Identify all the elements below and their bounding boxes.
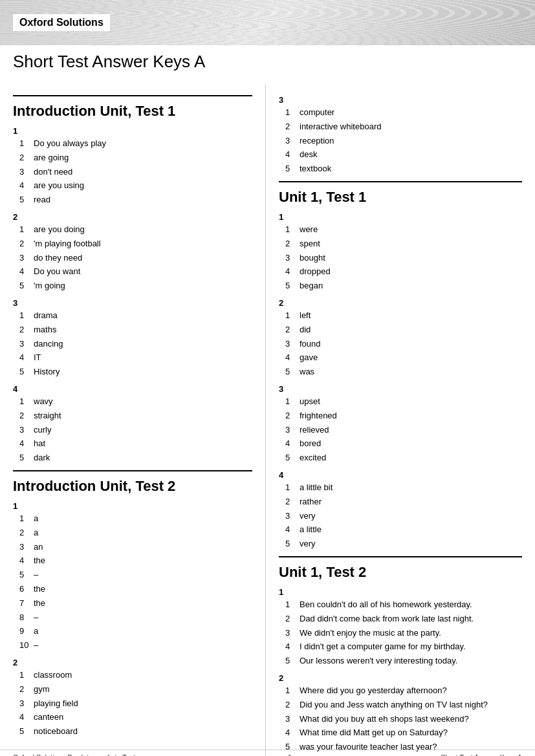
list-item: 4gave (285, 351, 522, 365)
intro1-group1: 1Do you always play 2are going 3don't ne… (13, 137, 252, 207)
list-item: 2interactive whiteboard (285, 120, 522, 134)
list-item: 9a (19, 625, 252, 638)
group-1-num: 1 (13, 126, 252, 136)
right-top-group: 1computer 2interactive whiteboard 3recep… (279, 106, 522, 176)
list-item: 2rather (285, 495, 522, 509)
list-item: 5textbook (285, 162, 522, 176)
list-item: 1wavy (19, 395, 252, 409)
list-item: 1Ben couldn't do all of his homework yes… (285, 598, 522, 612)
footer-left: Oxford Solutions Pre-Intermediate Tests (13, 753, 139, 756)
list-item: 5excited (285, 451, 522, 465)
intro1-group2: 1are you doing 2'm playing football 3do … (13, 223, 252, 293)
list-item: 2are going (19, 151, 252, 165)
list-item: 5very (285, 537, 522, 551)
list-item: 4desk (285, 148, 522, 162)
list-item: 5read (19, 193, 252, 207)
logo-box: Oxford Solutions (13, 14, 110, 31)
list-item: 1are you doing (19, 223, 252, 237)
list-item: 3playing field (19, 697, 252, 711)
list-item: 1classroom (19, 669, 252, 682)
list-item: 6the (19, 583, 252, 596)
page-title: Short Test Answer Keys A (13, 52, 522, 72)
list-item: 5'm going (19, 279, 252, 293)
divider-2 (13, 470, 252, 471)
list-item: 5noticeboard (19, 725, 252, 739)
list-item: 3reception (285, 135, 522, 148)
list-item: 2frightened (285, 409, 522, 423)
list-item: 2straight (19, 409, 252, 423)
list-item: 4Do you want (19, 265, 252, 279)
list-item: 2Dad didn't come back from work late las… (285, 612, 522, 626)
list-item: 1drama (19, 309, 252, 323)
group-3-num: 3 (13, 298, 252, 308)
list-item: 2gym (19, 683, 252, 697)
divider-1 (13, 95, 252, 96)
unit1t1-group3: 1upset 2frightened 3relieved 4bored 5exc… (279, 395, 522, 465)
list-item: 3curly (19, 424, 252, 437)
list-item: 7the (19, 597, 252, 610)
list-item: 3dancing (19, 338, 252, 351)
footer-right: Short Test Answer Keys A (441, 753, 522, 756)
list-item: 3an (19, 541, 252, 554)
list-item: 4the (19, 554, 252, 568)
unit1t2-group1-num: 1 (279, 587, 522, 597)
intro2-group2: 1classroom 2gym 3playing field 4canteen … (13, 669, 252, 739)
list-item: 4hat (19, 437, 252, 451)
intro2-group2-num: 2 (13, 658, 252, 667)
list-item: 2maths (19, 323, 252, 337)
list-item: 3don't need (19, 166, 252, 179)
intro2-group1-num: 1 (13, 501, 252, 511)
unit1t1-group2-num: 2 (279, 298, 522, 308)
intro1-group4: 1wavy 2straight 3curly 4hat 5dark (13, 395, 252, 465)
section-title-unit1test1: Unit 1, Test 1 (279, 189, 522, 207)
list-item: 5– (19, 568, 252, 582)
divider-3 (279, 181, 522, 182)
list-item: 1were (285, 223, 522, 237)
list-item: 3bought (285, 252, 522, 265)
right-column: 3 1computer 2interactive whiteboard 3rec… (265, 83, 535, 756)
header-banner: Oxford Solutions (0, 0, 535, 45)
unit1t2-group1: 1Ben couldn't do all of his homework yes… (279, 598, 522, 668)
list-item: 2'm playing football (19, 237, 252, 251)
right-top-group-num: 3 (279, 95, 522, 105)
content-wrapper: Introduction Unit, Test 1 1 1Do you alwa… (0, 77, 535, 756)
section-title-intro2: Introduction Unit, Test 2 (13, 478, 252, 496)
list-item: 3What did you buy att eh shops last week… (285, 713, 522, 726)
list-item: 2spent (285, 237, 522, 251)
list-item: 1left (285, 309, 522, 323)
section-title-unit1test2: Unit 1, Test 2 (279, 564, 522, 582)
list-item: 1a (19, 512, 252, 526)
list-item: 3found (285, 338, 522, 351)
intro1-group3: 1drama 2maths 3dancing 4IT 5History (13, 309, 252, 379)
unit1t1-group1-num: 1 (279, 212, 522, 222)
left-column: Introduction Unit, Test 1 1 1Do you alwa… (0, 83, 265, 756)
list-item: 5Our lessons weren't very interesting to… (285, 654, 522, 668)
list-item: 2Did you and Jess watch anything on TV l… (285, 698, 522, 712)
list-item: 5was (285, 365, 522, 379)
section-title-intro1: Introduction Unit, Test 1 (13, 103, 252, 121)
list-item: 1Where did you go yesterday afternoon? (285, 684, 522, 698)
list-item: 5began (285, 279, 522, 293)
divider-4 (279, 556, 522, 557)
unit1t2-group2-num: 2 (279, 673, 522, 683)
list-item: 1computer (285, 106, 522, 120)
list-item: 3very (285, 510, 522, 523)
footer: Oxford Solutions Pre-Intermediate Tests … (0, 750, 535, 756)
footer-center: 1 (288, 753, 292, 756)
unit1t1-group4-num: 4 (279, 470, 522, 480)
list-item: 1Do you always play (19, 137, 252, 151)
list-item: 1a little bit (285, 481, 522, 495)
list-item: 2a (19, 526, 252, 540)
list-item: 4a little (285, 523, 522, 537)
list-item: 4I didn't get a computer game for my bir… (285, 640, 522, 654)
unit1t1-group2: 1left 2did 3found 4gave 5was (279, 309, 522, 379)
list-item: 3do they need (19, 252, 252, 265)
list-item: 3relieved (285, 424, 522, 437)
list-item: 5dark (19, 451, 252, 465)
group-2-num: 2 (13, 212, 252, 222)
list-item: 4What time did Matt get up on Saturday? (285, 726, 522, 740)
unit1t2-group2: 1Where did you go yesterday afternoon? 2… (279, 684, 522, 754)
list-item: 4canteen (19, 711, 252, 724)
group-4-num: 4 (13, 384, 252, 394)
list-item: 2did (285, 323, 522, 337)
